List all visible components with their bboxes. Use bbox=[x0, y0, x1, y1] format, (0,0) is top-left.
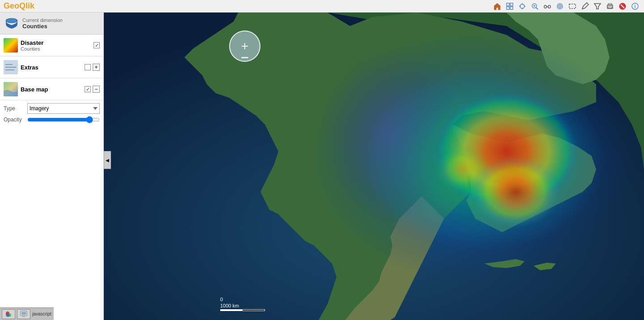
taskbar-item-maps[interactable] bbox=[2, 309, 15, 319]
svg-line-10 bbox=[536, 7, 538, 9]
taskbar-item-app[interactable] bbox=[17, 309, 30, 319]
basemap-options: Type Imagery Streets Topographic Oceans … bbox=[0, 100, 103, 129]
logo-geo: Geo bbox=[4, 1, 19, 10]
svg-marker-21 bbox=[594, 4, 601, 9]
scale-line-graphic bbox=[220, 309, 265, 311]
svg-rect-1 bbox=[510, 3, 513, 6]
extras-layer-controls: + bbox=[85, 64, 100, 71]
svg-rect-0 bbox=[507, 3, 509, 6]
disaster-layer-subtitle: Counties bbox=[21, 46, 91, 52]
current-dimension-label: Current dimension bbox=[22, 17, 63, 23]
taskbar-status: javascript: bbox=[32, 311, 52, 316]
svg-rect-14 bbox=[548, 5, 550, 8]
current-dimension-text: Current dimension Counties bbox=[22, 17, 63, 30]
app-taskbar-icon bbox=[20, 311, 27, 318]
svg-point-44 bbox=[319, 44, 462, 223]
svg-rect-2 bbox=[507, 7, 509, 9]
extras-layer-name: Extras bbox=[21, 64, 82, 71]
svg-rect-19 bbox=[569, 4, 576, 9]
disaster-layer-name: Disaster Counties bbox=[21, 39, 91, 52]
map-area[interactable]: + 0 1000 km bbox=[104, 13, 644, 320]
svg-line-20 bbox=[583, 4, 585, 6]
svg-text:i: i bbox=[635, 4, 636, 9]
sidebar: Current dimension Counties Disaster Coun… bbox=[0, 13, 104, 320]
basemap-layer-icon bbox=[4, 82, 18, 96]
type-label: Type bbox=[4, 105, 24, 112]
extras-layer-icon bbox=[4, 60, 18, 74]
header: GeoQlik bbox=[0, 0, 644, 13]
maps-taskbar-icon bbox=[5, 311, 12, 318]
collapse-icon: ◀ bbox=[106, 158, 109, 163]
target-icon[interactable] bbox=[554, 1, 565, 12]
zoom-plus-icon[interactable]: + bbox=[241, 40, 248, 52]
grid-icon[interactable] bbox=[504, 1, 515, 12]
disaster-layer-icon bbox=[4, 38, 18, 52]
basemap-layer: Base map − bbox=[0, 78, 103, 100]
opacity-label: Opacity bbox=[4, 117, 24, 123]
disaster-layer: Disaster Counties bbox=[0, 35, 103, 56]
extras-layer-checkbox[interactable] bbox=[85, 64, 91, 70]
info-icon[interactable]: i bbox=[630, 1, 640, 12]
taskbar: javascript: bbox=[0, 307, 54, 320]
crosshair-icon[interactable] bbox=[517, 1, 528, 12]
disaster-layer-title: Disaster bbox=[21, 39, 91, 46]
binoculars-icon[interactable] bbox=[542, 1, 553, 12]
basemap-layer-name: Base map bbox=[21, 86, 82, 93]
print-icon[interactable] bbox=[605, 1, 615, 12]
opacity-row: Opacity bbox=[4, 117, 100, 123]
scale-bar: 0 1000 km bbox=[220, 297, 265, 311]
navigation-widget[interactable]: + bbox=[229, 30, 260, 71]
filter-icon[interactable] bbox=[592, 1, 603, 12]
svg-point-47 bbox=[6, 313, 9, 317]
basemap-layer-controls: − bbox=[85, 86, 100, 93]
logo-qlik: Qlik bbox=[19, 1, 34, 10]
svg-rect-49 bbox=[21, 312, 26, 315]
current-dimension-value: Counties bbox=[22, 23, 63, 30]
scale-zero: 0 bbox=[220, 297, 265, 302]
draw-icon[interactable] bbox=[580, 1, 590, 12]
app-logo[interactable]: GeoQlik bbox=[4, 1, 34, 11]
zoom-minus-icon[interactable] bbox=[241, 57, 248, 58]
svg-rect-50 bbox=[22, 316, 25, 317]
zoom-in-icon[interactable] bbox=[529, 1, 540, 12]
basemap-layer-title: Base map bbox=[21, 86, 82, 93]
stop-icon[interactable] bbox=[617, 1, 628, 12]
opacity-slider[interactable] bbox=[27, 117, 100, 122]
map-background bbox=[104, 13, 644, 320]
svg-rect-31 bbox=[4, 38, 18, 52]
type-select[interactable]: Imagery Streets Topographic Oceans bbox=[27, 103, 100, 114]
current-dimension-icon bbox=[4, 16, 19, 30]
svg-rect-13 bbox=[544, 5, 546, 8]
type-row: Type Imagery Streets Topographic Oceans bbox=[4, 103, 100, 114]
extras-layer-title: Extras bbox=[21, 64, 82, 71]
scale-distance: 1000 km bbox=[220, 303, 265, 308]
extras-layer-add-button[interactable]: + bbox=[93, 64, 100, 71]
home-icon[interactable] bbox=[492, 1, 503, 12]
basemap-layer-remove-button[interactable]: − bbox=[93, 86, 100, 93]
svg-rect-3 bbox=[510, 7, 513, 9]
current-dimension-section: Current dimension Counties bbox=[0, 13, 103, 35]
svg-rect-24 bbox=[608, 7, 612, 8]
sidebar-collapse-button[interactable]: ◀ bbox=[104, 151, 111, 169]
nav-compass[interactable]: + bbox=[229, 30, 260, 62]
basemap-layer-checkbox[interactable] bbox=[85, 86, 91, 92]
extras-layer: Extras + bbox=[0, 56, 103, 78]
disaster-layer-controls bbox=[94, 42, 100, 48]
toolbar: i bbox=[492, 1, 640, 12]
disaster-layer-checkbox[interactable] bbox=[94, 42, 100, 48]
svg-point-18 bbox=[559, 6, 560, 7]
rectangle-select-icon[interactable] bbox=[567, 1, 578, 12]
